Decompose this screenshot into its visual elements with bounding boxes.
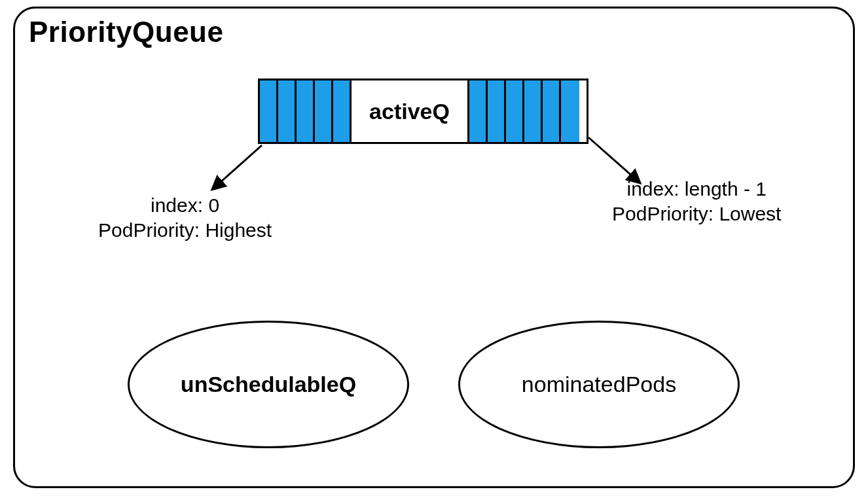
activeq-cell	[469, 80, 488, 142]
annotation-tail-line2: PodPriority: Lowest	[612, 202, 781, 226]
diagram-canvas: PriorityQueue activeQ index: 0 PodPriori…	[0, 0, 868, 496]
activeq-cell	[543, 80, 561, 142]
annotation-tail-line1: index: length - 1	[612, 177, 781, 202]
activeq-cell	[524, 80, 543, 142]
unschedulableq-bubble: unSchedulableQ	[128, 321, 409, 448]
activeq-cell	[561, 80, 579, 142]
activeq-cell	[333, 80, 352, 142]
annotation-head: index: 0 PodPriority: Highest	[98, 193, 272, 242]
nominatedpods-label: nominatedPods	[522, 372, 676, 397]
activeq-cell	[297, 80, 315, 142]
activeq-cell	[315, 80, 333, 142]
diagram-title: PriorityQueue	[29, 16, 223, 48]
annotation-head-line2: PodPriority: Highest	[98, 218, 272, 243]
activeq-label: activeQ	[352, 80, 469, 142]
unschedulableq-label: unSchedulableQ	[181, 372, 356, 397]
activeq-cell	[488, 80, 506, 142]
activeq-cell	[506, 80, 524, 142]
annotation-head-line1: index: 0	[98, 193, 272, 218]
nominatedpods-bubble: nominatedPods	[458, 321, 740, 448]
activeq-cell	[278, 80, 297, 142]
activeq-bar: activeQ	[258, 79, 588, 144]
annotation-tail: index: length - 1 PodPriority: Lowest	[612, 177, 781, 226]
activeq-cell	[260, 80, 278, 142]
